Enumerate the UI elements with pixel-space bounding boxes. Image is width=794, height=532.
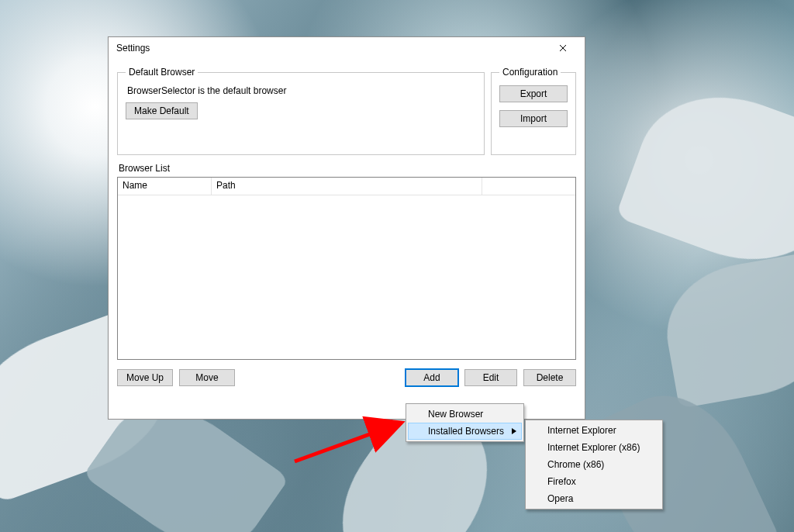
column-header-name[interactable]: Name [118, 178, 212, 195]
menu-item-new-browser[interactable]: New Browser [408, 406, 522, 423]
group-default-browser-legend: Default Browser [126, 67, 198, 78]
browser-listview[interactable]: Name Path [117, 177, 576, 360]
submenu-item-internet-explorer[interactable]: Internet Explorer [527, 422, 661, 439]
client-area: Default Browser BrowserSelector is the d… [115, 60, 578, 413]
listview-body[interactable] [118, 195, 575, 358]
move-down-button[interactable]: Move [179, 369, 235, 386]
group-browser-list: Browser List Name Path Move Up Move Add … [117, 163, 576, 408]
add-context-menu: New Browser Installed Browsers [406, 403, 524, 442]
menu-item-label: Installed Browsers [428, 426, 504, 437]
submenu-item-firefox[interactable]: Firefox [527, 473, 661, 490]
menu-item-label: Firefox [547, 476, 576, 487]
column-header-path[interactable]: Path [212, 178, 482, 195]
edit-button[interactable]: Edit [464, 369, 517, 386]
import-button[interactable]: Import [499, 110, 568, 127]
submenu-item-chrome-x86[interactable]: Chrome (x86) [527, 456, 661, 473]
submenu-arrow-icon [512, 426, 516, 437]
close-icon [559, 44, 567, 52]
listview-header: Name Path [118, 178, 575, 195]
make-default-button[interactable]: Make Default [126, 102, 198, 119]
default-browser-status: BrowserSelector is the default browser [127, 85, 475, 96]
installed-browsers-submenu: Internet Explorer Internet Explorer (x86… [525, 420, 663, 510]
window-title: Settings [116, 43, 150, 54]
menu-item-installed-browsers[interactable]: Installed Browsers [408, 423, 522, 440]
menu-item-label: Chrome (x86) [547, 459, 604, 470]
spacer [241, 369, 399, 386]
group-configuration-legend: Configuration [499, 67, 561, 78]
menu-item-label: Opera [547, 493, 573, 504]
settings-window: Settings Default Browser BrowserSelector… [108, 36, 585, 420]
decorative-leaf [657, 250, 794, 409]
titlebar[interactable]: Settings [109, 37, 585, 59]
list-buttons-row: Move Up Move Add Edit Delete [117, 369, 576, 386]
submenu-item-opera[interactable]: Opera [527, 490, 661, 507]
decorative-leaf [616, 71, 794, 286]
submenu-item-internet-explorer-x86[interactable]: Internet Explorer (x86) [527, 439, 661, 456]
menu-item-label: Internet Explorer (x86) [547, 442, 640, 453]
group-browser-list-legend: Browser List [119, 163, 576, 174]
export-button[interactable]: Export [499, 85, 568, 102]
menu-item-label: New Browser [428, 409, 483, 420]
close-button[interactable] [546, 40, 580, 56]
group-configuration: Configuration Export Import [491, 67, 576, 155]
delete-button[interactable]: Delete [523, 369, 576, 386]
group-default-browser: Default Browser BrowserSelector is the d… [117, 67, 485, 155]
add-button[interactable]: Add [406, 369, 458, 386]
move-up-button[interactable]: Move Up [117, 369, 173, 386]
desktop-wallpaper: Settings Default Browser BrowserSelector… [0, 0, 794, 532]
column-header-spacer [482, 178, 575, 195]
menu-item-label: Internet Explorer [547, 425, 616, 436]
